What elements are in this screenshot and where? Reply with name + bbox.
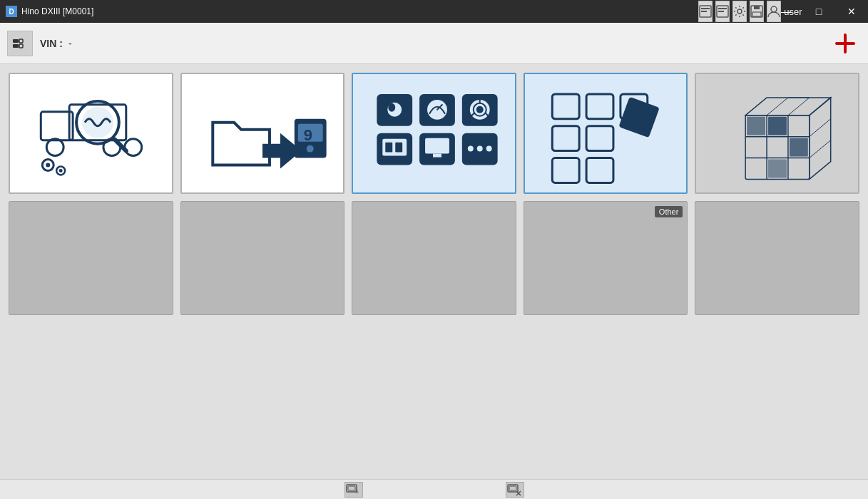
svg-rect-83 (509, 486, 516, 490)
window-title: Hino DXIII [M0001] (21, 6, 93, 16)
svg-rect-16 (41, 112, 73, 140)
svg-rect-75 (747, 117, 765, 135)
save-icon-btn[interactable] (750, 1, 764, 22)
svg-point-53 (468, 146, 474, 152)
svg-rect-60 (586, 126, 613, 151)
card-bottom-5[interactable] (695, 201, 859, 315)
title-bar: D Hino DXIII [M0001] user — (0, 0, 868, 23)
card-ecu-programming[interactable] (524, 73, 688, 194)
svg-rect-47 (386, 143, 393, 153)
svg-rect-4 (718, 8, 727, 9)
svg-point-40 (476, 106, 484, 113)
svg-rect-1 (701, 8, 710, 9)
main-content: 9 (0, 64, 868, 499)
cross-icon-btn[interactable] (829, 28, 861, 59)
svg-point-19 (125, 139, 142, 156)
svg-line-73 (809, 119, 830, 137)
svg-line-70 (767, 98, 788, 115)
card-bottom-4[interactable]: Other (524, 201, 688, 315)
toolbar-scan-btn[interactable] (7, 31, 33, 56)
svg-rect-56 (552, 94, 579, 119)
other-tooltip: Other (655, 206, 683, 217)
card-bottom-2[interactable] (180, 201, 345, 315)
svg-point-21 (82, 107, 113, 138)
svg-point-29 (307, 145, 314, 153)
card-diagnostic-menu[interactable] (352, 73, 516, 194)
svg-rect-77 (790, 138, 808, 157)
svg-rect-63 (618, 97, 659, 138)
svg-point-6 (737, 9, 742, 14)
card-other-module[interactable] (695, 73, 859, 194)
svg-text:9: 9 (304, 126, 312, 144)
card-bottom-3[interactable] (352, 201, 516, 315)
vin-value: - (68, 38, 72, 49)
status-bar: S (0, 479, 868, 499)
toolbar-icon-1[interactable] (698, 1, 713, 22)
svg-rect-11 (13, 39, 19, 43)
svg-point-26 (59, 169, 63, 173)
toolbar-icon-2[interactable] (715, 1, 730, 22)
main-toolbar: VIN : - (0, 23, 868, 64)
title-bar-left: D Hino DXIII [M0001] (6, 6, 93, 17)
svg-rect-8 (754, 6, 760, 9)
svg-rect-76 (768, 117, 787, 135)
card-diagnostics[interactable] (9, 73, 173, 194)
settings-icon-btn[interactable] (732, 1, 747, 22)
svg-rect-80 (348, 486, 355, 490)
status-icon-left[interactable]: S (344, 482, 363, 498)
bottom-card-row: Other (9, 201, 859, 315)
svg-rect-12 (13, 44, 19, 48)
header-icons: user (737, 0, 770, 23)
svg-rect-13 (19, 39, 23, 43)
svg-rect-61 (552, 158, 579, 183)
svg-rect-78 (768, 160, 787, 178)
svg-rect-48 (396, 143, 403, 153)
svg-point-55 (486, 146, 492, 152)
svg-rect-2 (701, 11, 707, 12)
svg-point-24 (46, 163, 51, 168)
status-icon-right[interactable] (506, 482, 524, 498)
app-icon: D (6, 6, 17, 17)
top-card-row: 9 (9, 73, 859, 194)
svg-line-71 (788, 98, 810, 115)
svg-text:S: S (355, 489, 359, 494)
svg-rect-9 (752, 12, 761, 16)
card-data-transfer[interactable]: 9 (180, 73, 345, 194)
cross-icon (834, 32, 857, 55)
close-button[interactable]: ✕ (835, 0, 868, 23)
svg-line-69 (745, 98, 767, 115)
vin-section: VIN : - (40, 38, 822, 49)
svg-point-54 (477, 146, 483, 152)
svg-point-34 (389, 103, 396, 112)
svg-rect-57 (586, 94, 613, 119)
svg-rect-5 (718, 11, 724, 12)
svg-rect-51 (433, 154, 441, 158)
vin-label: VIN : (40, 38, 63, 49)
window-controls: user — □ ✕ (737, 0, 868, 23)
minimize-button[interactable]: — (770, 0, 802, 23)
svg-line-74 (809, 140, 830, 158)
card-bottom-1[interactable] (9, 201, 173, 315)
svg-rect-59 (552, 126, 579, 151)
svg-rect-62 (586, 158, 613, 183)
svg-rect-50 (426, 138, 450, 154)
maximize-button[interactable]: □ (802, 0, 835, 23)
svg-rect-14 (19, 44, 23, 48)
svg-point-17 (47, 139, 64, 156)
